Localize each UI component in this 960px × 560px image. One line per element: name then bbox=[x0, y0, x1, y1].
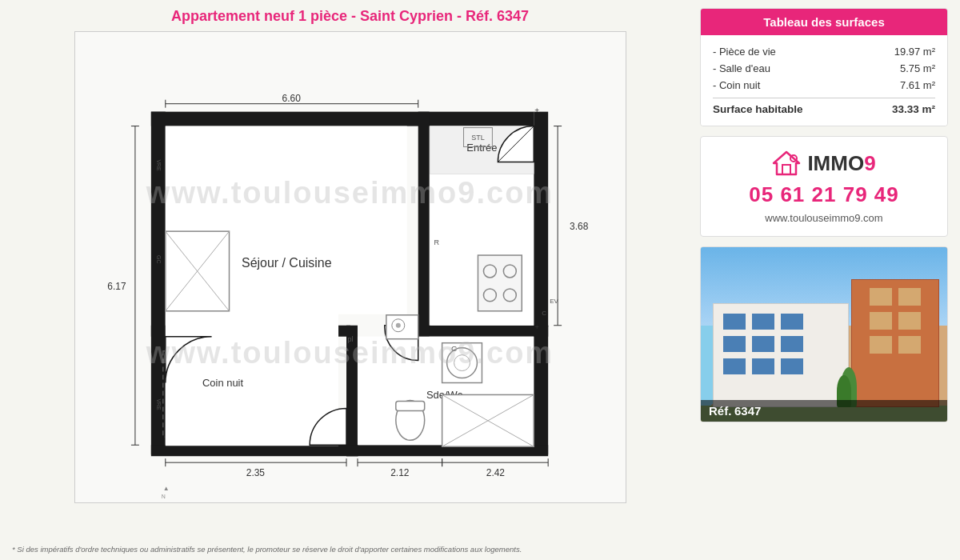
svg-rect-1 bbox=[150, 112, 533, 126]
svg-text:Coin nuit: Coin nuit bbox=[202, 377, 243, 389]
surface-value: 7.61 m² bbox=[900, 79, 935, 91]
window bbox=[752, 358, 774, 374]
svg-rect-3 bbox=[418, 326, 547, 337]
svg-text:C: C bbox=[450, 344, 456, 353]
window bbox=[898, 336, 921, 354]
window bbox=[870, 288, 892, 306]
window bbox=[723, 314, 746, 330]
page-title: Appartement neuf 1 pièce - Saint Cyprien… bbox=[171, 8, 529, 25]
window bbox=[781, 314, 803, 330]
svg-text:2.42: 2.42 bbox=[486, 467, 505, 478]
svg-text:VRE: VRE bbox=[155, 398, 161, 410]
contact-website[interactable]: www.toulouseimmo9.com bbox=[765, 212, 882, 224]
svg-rect-48 bbox=[478, 255, 522, 311]
svg-text:+: + bbox=[534, 322, 539, 331]
surface-row-piece-de-vie: - Pièce de vie 19.97 m² bbox=[713, 43, 935, 60]
surfaces-content: - Pièce de vie 19.97 m² - Salle d'eau 5.… bbox=[701, 35, 947, 126]
contact-box: IMMO9 05 61 21 79 49 www.toulouseimmo9.c… bbox=[700, 136, 948, 237]
svg-text:STL: STL bbox=[471, 134, 484, 142]
surface-value: 5.75 m² bbox=[900, 62, 935, 74]
building-image bbox=[701, 247, 947, 422]
surface-row-total: Surface habitable 33.33 m² bbox=[713, 98, 935, 118]
svg-text:pl: pl bbox=[347, 335, 353, 343]
svg-text:GC: GC bbox=[155, 255, 161, 263]
svg-text:N: N bbox=[161, 494, 165, 499]
surface-row-coin-nuit: - Coin nuit 7.61 m² bbox=[713, 77, 935, 94]
window bbox=[781, 358, 803, 374]
svg-text:6.17: 6.17 bbox=[107, 281, 126, 292]
svg-rect-7 bbox=[150, 445, 358, 456]
svg-text:Séjour / Cuisine: Séjour / Cuisine bbox=[242, 256, 332, 270]
svg-text:EV: EV bbox=[550, 298, 558, 305]
contact-phone[interactable]: 05 61 21 79 49 bbox=[749, 182, 899, 207]
svg-rect-6 bbox=[346, 326, 358, 456]
svg-rect-2 bbox=[534, 112, 548, 327]
svg-text:3.68: 3.68 bbox=[570, 221, 589, 232]
building-main bbox=[713, 303, 849, 407]
svg-rect-53 bbox=[442, 343, 482, 383]
svg-text:VRE: VRE bbox=[155, 159, 161, 171]
svg-text:+: + bbox=[534, 106, 539, 114]
surface-value: 19.97 m² bbox=[894, 46, 935, 58]
surface-habitable-value: 33.33 m² bbox=[892, 103, 935, 115]
surfaces-header: Tableau des surfaces bbox=[701, 9, 947, 35]
ref-label: Réf. bbox=[709, 404, 731, 418]
surface-label: - Salle d'eau bbox=[713, 62, 770, 74]
brick-windows bbox=[852, 280, 938, 362]
ref-value: 6347 bbox=[734, 404, 761, 418]
surface-label: - Pièce de vie bbox=[713, 46, 776, 58]
brick-building bbox=[851, 279, 939, 407]
immo9-house-icon bbox=[772, 149, 801, 178]
svg-text:6.60: 6.60 bbox=[282, 93, 301, 104]
footer-note: * Si des impératifs d'ordre techniques o… bbox=[0, 541, 960, 560]
surfaces-box: Tableau des surfaces - Pièce de vie 19.9… bbox=[700, 8, 948, 126]
svg-text:2.35: 2.35 bbox=[246, 467, 265, 478]
svg-point-47 bbox=[395, 323, 400, 328]
svg-text:C: C bbox=[542, 310, 546, 317]
surface-habitable-label: Surface habitable bbox=[713, 103, 803, 115]
svg-text:▲: ▲ bbox=[162, 485, 169, 492]
photo-ref-badge: Réf. 6347 bbox=[701, 400, 947, 422]
floorplan-svg: Séjour / Cuisine Entrée Coin nuit Sde/Wc… bbox=[75, 32, 626, 502]
svg-rect-79 bbox=[782, 165, 790, 174]
svg-rect-57 bbox=[395, 401, 424, 410]
window bbox=[898, 312, 921, 330]
window bbox=[781, 336, 803, 352]
svg-rect-4 bbox=[534, 326, 548, 454]
svg-rect-12 bbox=[165, 314, 338, 446]
window bbox=[898, 288, 921, 306]
window bbox=[870, 336, 892, 354]
immo9-logo: IMMO9 bbox=[772, 149, 875, 178]
window bbox=[723, 358, 746, 374]
svg-rect-9 bbox=[418, 112, 429, 337]
right-sidebar: Tableau des surfaces - Pièce de vie 19.9… bbox=[700, 8, 948, 533]
svg-text:2.12: 2.12 bbox=[390, 467, 410, 478]
window bbox=[752, 336, 774, 352]
window bbox=[723, 336, 746, 352]
svg-text:R: R bbox=[434, 238, 439, 246]
building-windows bbox=[714, 304, 848, 384]
floorplan-wrapper: www.toulouseimmo9.com www.toulouseimmo9.… bbox=[74, 31, 626, 503]
svg-rect-45 bbox=[386, 315, 418, 339]
window bbox=[870, 312, 892, 330]
immo9-number: 9 bbox=[864, 151, 875, 175]
building-photo: Réf. 6347 bbox=[700, 246, 948, 422]
surface-row-salle-eau: - Salle d'eau 5.75 m² bbox=[713, 60, 935, 77]
immo9-brand-text: IMMO9 bbox=[807, 151, 875, 176]
window bbox=[752, 314, 774, 330]
surface-label: - Coin nuit bbox=[713, 79, 760, 91]
floorplan-area: Appartement neuf 1 pièce - Saint Cyprien… bbox=[12, 8, 688, 533]
